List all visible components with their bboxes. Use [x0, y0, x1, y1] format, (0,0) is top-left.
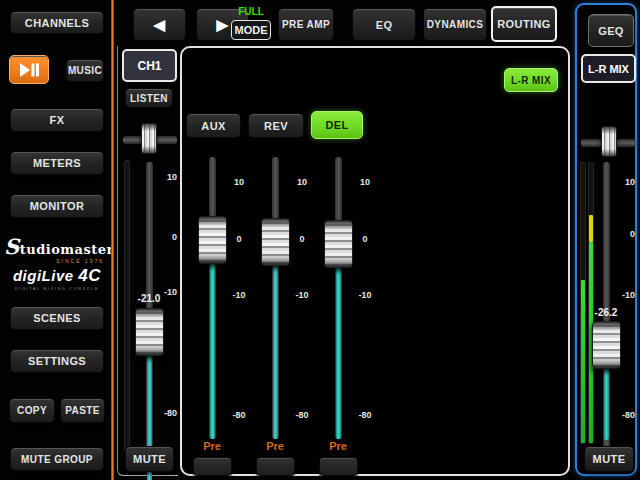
listen-button[interactable]: LISTEN [125, 88, 173, 108]
master-scale-neg10: -10 [617, 290, 635, 300]
monitor-button[interactable]: MONITOR [10, 194, 104, 218]
aux-send-button[interactable]: AUX [186, 113, 241, 138]
send1-scale-10: 10 [226, 177, 252, 187]
send2-fader-teal [273, 264, 278, 439]
tab-preamp[interactable]: PRE AMP [278, 8, 334, 41]
send3-pre-label: Pre [318, 440, 358, 452]
send3-scale-0: 0 [352, 234, 378, 244]
send2-scale-neg80: -80 [289, 410, 315, 420]
right-arrow-icon: ▶ [217, 16, 229, 34]
channel-name-button[interactable]: CH1 [122, 49, 177, 82]
master-strip: GEQ L-R MIX 10 0 -10 -80 -26.2 MUTE [575, 3, 637, 476]
master-fader-cap[interactable] [592, 321, 621, 369]
master-fader-teal [604, 368, 609, 440]
master-meter-left [580, 162, 586, 444]
master-scale-neg80: -80 [617, 410, 635, 420]
send2-scale-neg10: -10 [289, 290, 315, 300]
master-scale-10: 10 [617, 177, 635, 187]
mute-group-button[interactable]: MUTE GROUP [10, 447, 104, 471]
channel-meter [124, 160, 130, 452]
rev-send-button[interactable]: REV [248, 113, 304, 138]
master-scale-0: 0 [617, 229, 635, 239]
send1-fader-cap[interactable] [198, 216, 227, 264]
channel-strip: CH1 LISTEN 10 0 -10 -80 -21.0 MUTE [117, 46, 178, 476]
send3-value-box[interactable] [319, 457, 358, 476]
send1-value-box[interactable] [193, 457, 232, 476]
brand-logo: Studiomaster SINCE 1976 digiLive 4C DIGI… [4, 234, 110, 291]
play-pause-icon [18, 62, 40, 78]
send2-value-box[interactable] [256, 457, 295, 476]
channel-scale-neg80: -80 [157, 408, 177, 418]
channels-button[interactable]: CHANNELS [10, 11, 104, 34]
product-tagline: DIGITAL MIXING CONSOLE [4, 286, 110, 291]
geq-button[interactable]: GEQ [588, 14, 634, 47]
send2-scale-10: 10 [289, 177, 315, 187]
master-meter-right [588, 162, 594, 444]
send3-scale-10: 10 [352, 177, 378, 187]
prev-channel-button[interactable]: ◀ [133, 8, 186, 41]
sidebar-divider [111, 0, 114, 480]
tab-routing[interactable]: ROUTING [491, 6, 557, 42]
mode-state-label: FULL [228, 6, 274, 17]
send3-scale-neg80: -80 [352, 410, 378, 420]
mode-button[interactable]: MODE [231, 20, 271, 40]
mixer-screen: CHANNELS MUSIC FX METERS MONITOR Studiom… [0, 0, 640, 480]
studiomaster-logo: Studiomaster [4, 234, 110, 259]
channel-scale-0: 0 [157, 232, 177, 242]
copy-button[interactable]: COPY [9, 398, 55, 423]
channel-scale-10: 10 [157, 172, 177, 182]
send2-scale-0: 0 [289, 234, 315, 244]
send1-scale-neg10: -10 [226, 290, 252, 300]
master-mute-button[interactable]: MUTE [584, 446, 634, 472]
send3-fader-cap[interactable] [324, 220, 353, 268]
send1-fader-teal [210, 264, 215, 439]
channel-mute-button[interactable]: MUTE [125, 446, 174, 472]
left-arrow-icon: ◀ [154, 16, 166, 34]
channel-fader-cap[interactable] [135, 308, 164, 356]
fx-button[interactable]: FX [10, 108, 104, 132]
master-meter-right-peak [589, 215, 593, 242]
mode-control[interactable]: FULL MODE [228, 5, 274, 43]
send2-fader-cap[interactable] [261, 218, 290, 266]
del-send-button[interactable]: DEL [311, 111, 363, 139]
channel-pan-knob[interactable] [141, 123, 157, 154]
meters-button[interactable]: METERS [10, 151, 104, 175]
tab-dynamics[interactable]: DYNAMICS [423, 8, 487, 41]
send2-pre-label: Pre [255, 440, 295, 452]
scenes-button[interactable]: SCENES [10, 306, 104, 330]
send3-fader-teal [336, 264, 341, 439]
master-meter-left-fill [581, 280, 585, 443]
music-button[interactable]: MUSIC [66, 59, 104, 82]
paste-button[interactable]: PASTE [60, 398, 105, 423]
channel-fader-value: -21.0 [129, 293, 169, 304]
settings-button[interactable]: SETTINGS [10, 349, 104, 373]
master-pan-knob[interactable] [601, 126, 617, 157]
master-name-button[interactable]: L-R MIX [581, 54, 636, 83]
play-pause-button[interactable] [9, 55, 49, 84]
send1-scale-neg80: -80 [226, 410, 252, 420]
send1-scale-0: 0 [226, 234, 252, 244]
digilive-logo: digiLive 4C [4, 266, 110, 286]
master-fader-value: -26.2 [586, 307, 626, 318]
routing-panel: L-R MIX AUX REV DEL 10 0 -10 -80 Pre 10 … [180, 46, 570, 476]
send1-pre-label: Pre [192, 440, 232, 452]
lr-mix-assign-badge[interactable]: L-R MIX [504, 68, 558, 92]
send3-scale-neg10: -10 [352, 290, 378, 300]
tab-eq[interactable]: EQ [352, 8, 416, 41]
